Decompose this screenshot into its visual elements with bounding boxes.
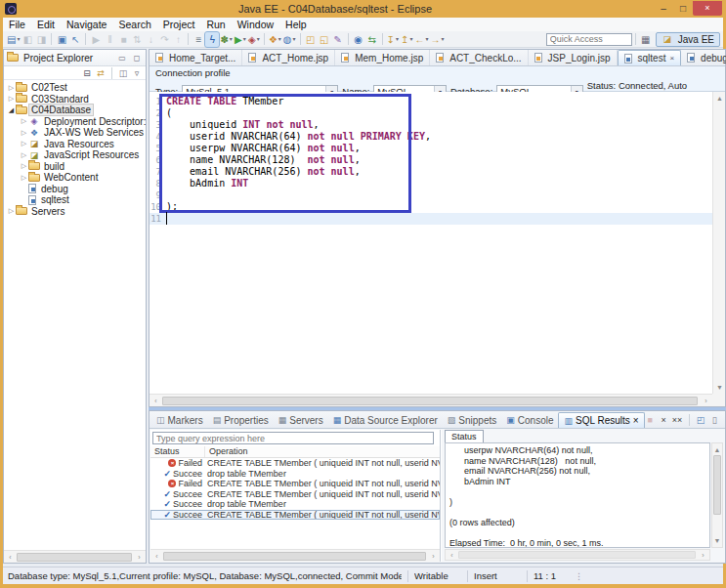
result-row-1[interactable]: ×FailedCREATE TABLE TMember ( uniqueid I… [150, 458, 440, 469]
focus-icon[interactable]: ◫ [117, 67, 129, 79]
open-folder-icon[interactable]: ◰ [696, 415, 706, 425]
scroll-right-icon[interactable]: › [697, 549, 709, 562]
scroll-left-icon[interactable]: ‹ [150, 550, 163, 563]
status-column-header[interactable]: Status [150, 446, 205, 457]
tree-item-debug[interactable]: debug [4, 184, 146, 195]
globe-icon[interactable]: ◉ [352, 32, 365, 47]
select-tool-icon[interactable]: ↖ [68, 32, 82, 47]
result-row-5[interactable]: ✓Succeedrop table TMember [150, 499, 440, 510]
result-row-2[interactable]: ✓Succeedrop table TMember [150, 469, 440, 480]
annotate-icon[interactable]: ✎ [331, 32, 345, 47]
editor-tab-act-home-jsp[interactable]: ACT_Home.jsp [242, 50, 335, 65]
tree-item-webcontent[interactable]: ▷WebContent [4, 172, 146, 184]
menu-run[interactable]: Run [200, 19, 231, 30]
new-wizard-icon[interactable]: ▤▾ [6, 32, 21, 47]
editor-tab-debug[interactable]: debug [681, 50, 726, 65]
new-web-wizard-icon[interactable]: ❖▾ [268, 32, 282, 47]
bottom-tab-servers[interactable]: ▦Servers [274, 412, 328, 428]
step-into-icon[interactable]: ↓ [144, 32, 157, 47]
bottom-tab-data-source-explorer[interactable]: ▦Data Source Explorer [328, 412, 443, 428]
result-row-4[interactable]: ✓SucceeCREATE TABLE TMember ( uniqueid I… [150, 489, 440, 500]
editor-tab-mem-home-jsp[interactable]: Mem_Home.jsp [335, 50, 430, 65]
scroll-down-icon[interactable]: ▼ [713, 381, 726, 394]
tree-item-c04database[interactable]: ◢C04Database [4, 105, 146, 116]
tree-item-c03standard[interactable]: ▷C03Standard [4, 94, 146, 105]
scroll-left-icon[interactable]: ‹ [149, 395, 162, 407]
sql-scrapbook-icon[interactable]: ϟ [205, 32, 219, 47]
operation-column-header[interactable]: Operation [205, 446, 440, 457]
tree-item-c02test[interactable]: ▷C02Test [4, 82, 146, 94]
back-icon[interactable]: ←▾ [413, 32, 429, 47]
tree-expander-icon[interactable]: ▷ [20, 162, 28, 170]
forward-icon[interactable]: →▾ [429, 32, 445, 47]
result-row-6[interactable]: ✓SucceeCREATE TABLE TMember ( uniqueid I… [150, 510, 440, 521]
tree-expander-icon[interactable]: ▷ [20, 117, 28, 125]
scroll-right-icon[interactable]: › [133, 551, 146, 564]
tree-item-build[interactable]: ▷build [4, 161, 146, 173]
resume-icon[interactable]: ▶ [89, 32, 103, 47]
step-return-icon[interactable]: ↑ [171, 32, 185, 47]
scroll-down-icon[interactable]: ▼ [712, 534, 722, 547]
scroll-thumb[interactable] [458, 551, 696, 559]
sql-code-editor[interactable]: 1234567891011 CREATE TABLE TMember( uniq… [149, 92, 712, 394]
terminate-icon[interactable]: ■ [116, 32, 130, 47]
quick-access-input[interactable] [546, 33, 632, 46]
menu-help[interactable]: Help [279, 19, 313, 30]
collapse-all-icon[interactable]: ⊟ [81, 67, 93, 79]
close-tab-icon[interactable]: × [633, 415, 639, 426]
bottom-tab-console[interactable]: ▣Console [501, 412, 558, 428]
status-vscrollbar[interactable]: ▲ ▼ [711, 442, 723, 548]
tree-item-sqltest[interactable]: sqltest [4, 194, 146, 206]
scroll-thumb[interactable] [162, 397, 698, 405]
bottom-tab-markers[interactable]: ◫Markers [151, 412, 208, 428]
editor-tab-act-checklo-[interactable]: ACT_CheckLo... [430, 50, 528, 65]
menu-navigate[interactable]: Navigate [61, 19, 112, 30]
scroll-thumb[interactable] [713, 455, 721, 515]
menu-edit[interactable]: Edit [31, 19, 61, 30]
editor-tab-home-target-[interactable]: Home_Target... [149, 50, 242, 65]
scroll-left-icon[interactable]: ‹ [446, 549, 458, 562]
export-icon[interactable]: ↥▾ [400, 32, 413, 47]
tree-item-jax-ws-web-services[interactable]: ▷❖JAX-WS Web Services [4, 127, 146, 139]
scroll-right-icon[interactable]: › [427, 550, 440, 563]
scroll-thumb[interactable] [17, 553, 132, 562]
web-browser-icon[interactable]: ◍▾ [282, 32, 297, 47]
editor-hscrollbar[interactable]: ‹ › [149, 394, 712, 406]
mark-occurrences-icon[interactable]: ≡ [192, 32, 205, 47]
menu-window[interactable]: Window [232, 19, 279, 30]
console-icon[interactable]: ▣ [55, 32, 68, 47]
tree-expander-icon[interactable]: ▷ [20, 140, 28, 147]
link-with-editor-icon[interactable]: ⇄ [95, 67, 107, 79]
remove-all-results-icon[interactable]: ×× [672, 415, 683, 425]
result-row-3[interactable]: ×FailedCREATE TABLE TMember ( uniqueid I… [150, 479, 440, 489]
tree-expander-icon[interactable]: ▷ [20, 129, 28, 137]
close-button[interactable]: × [693, 1, 722, 16]
open-file-icon[interactable]: ◰ [304, 32, 318, 47]
bottom-tab-properties[interactable]: ▤Properties [208, 412, 274, 428]
tree-item-deployment-descriptor-c04data[interactable]: ▷◈Deployment Descriptor: C04Data [4, 116, 146, 128]
status-hscrollbar[interactable]: ‹ › [445, 549, 710, 561]
tree-expander-icon[interactable]: ▷ [20, 151, 28, 159]
maximize-button[interactable]: □ [673, 1, 693, 16]
menu-search[interactable]: Search [112, 19, 156, 30]
external-tools-icon[interactable]: ◈▾ [247, 32, 261, 47]
import-icon[interactable]: ↧▾ [386, 32, 400, 47]
tree-expander-icon[interactable]: ▷ [7, 95, 16, 103]
run-icon[interactable]: ▶▾ [234, 32, 247, 47]
editor-vscrollbar[interactable]: ▲ ▼ [712, 92, 725, 394]
export-result-icon[interactable]: ▯ [709, 415, 720, 425]
step-over-icon[interactable]: ↷ [157, 32, 171, 47]
debug-icon[interactable]: ✽▾ [219, 32, 233, 47]
open-perspective-icon[interactable]: ▦ [639, 32, 653, 47]
tree-item-java-resources[interactable]: ▷◪Java Resources [4, 139, 146, 150]
save-all-icon[interactable]: ◨ [34, 32, 48, 47]
bottom-tab-sql-results[interactable]: ▥SQL Results× [558, 412, 644, 428]
save-icon[interactable]: ◧ [21, 32, 34, 47]
disconnect-icon[interactable]: ⇅ [130, 32, 144, 47]
scroll-left-icon[interactable]: ‹ [4, 551, 17, 564]
tree-expander-icon[interactable]: ▷ [20, 174, 28, 182]
menu-project[interactable]: Project [157, 19, 201, 30]
scroll-thumb[interactable] [163, 552, 426, 561]
minimize-button[interactable]: – [654, 1, 673, 16]
project-explorer-hscrollbar[interactable]: ‹ › [4, 550, 146, 563]
